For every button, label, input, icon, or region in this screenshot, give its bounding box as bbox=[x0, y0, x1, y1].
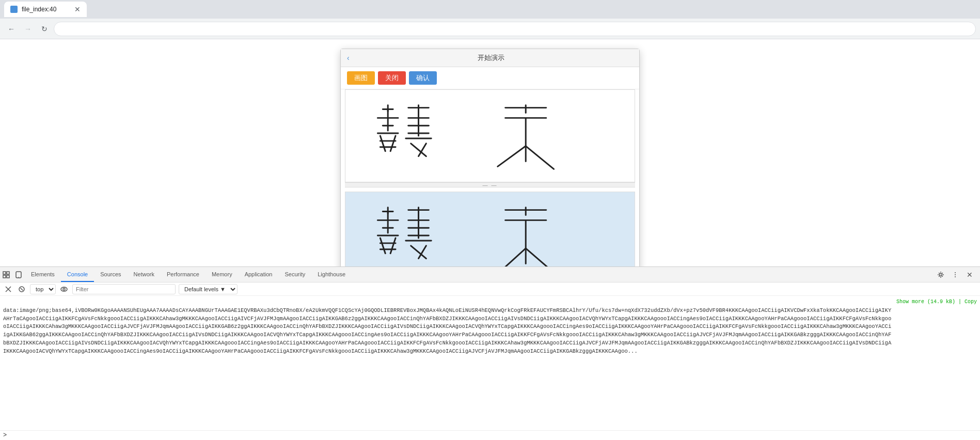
address-bar-row: ← → ↻ bbox=[0, 19, 980, 39]
bottom-canvas-drawing bbox=[345, 192, 635, 266]
tab-console[interactable]: Console bbox=[61, 267, 94, 282]
top-canvas-drawing bbox=[345, 90, 635, 182]
canvas-container: — — bbox=[341, 89, 639, 266]
svg-point-8 bbox=[955, 274, 956, 275]
devtools-settings-icon[interactable] bbox=[935, 269, 947, 281]
devtools-inspect-icon[interactable] bbox=[0, 269, 12, 281]
devtools-mobile-icon[interactable] bbox=[12, 269, 25, 281]
devtools-more-icon[interactable] bbox=[949, 269, 961, 281]
console-log-levels[interactable]: Default levels ▼ bbox=[179, 284, 238, 294]
reload-button[interactable]: ↻ bbox=[37, 22, 52, 36]
tab-performance[interactable]: Performance bbox=[161, 267, 206, 282]
svg-rect-1 bbox=[7, 272, 9, 274]
svg-point-6 bbox=[940, 273, 942, 276]
modal-buttons-row: 画图 关闭 确认 bbox=[341, 67, 639, 89]
console-filter-bar: top Default levels ▼ bbox=[0, 282, 980, 296]
svg-point-14 bbox=[61, 287, 67, 291]
svg-point-7 bbox=[955, 272, 956, 273]
webpage-area: ‹ 开始演示 画图 关闭 确认 bbox=[0, 39, 980, 266]
tab-bar: file_index:40 ✕ bbox=[0, 0, 980, 19]
console-area: top Default levels ▼ data:image/png;base… bbox=[0, 282, 980, 440]
console-output[interactable]: data:image/png;base64,iVBORw0KGgoAAAANSU… bbox=[0, 296, 980, 430]
tab-lighthouse[interactable]: Lighthouse bbox=[311, 267, 352, 282]
console-log-text: data:image/png;base64,iVBORw0KGgoAAAANSU… bbox=[3, 298, 892, 364]
tab-application[interactable]: Application bbox=[239, 267, 279, 282]
browser-window: file_index:40 ✕ ← → ↻ ‹ 开始演示 画图 关闭 bbox=[0, 0, 980, 440]
tab-title: file_index:40 bbox=[22, 6, 56, 13]
tab-security[interactable]: Security bbox=[278, 267, 311, 282]
console-log-line: data:image/png;base64,iVBORw0KGgoAAAANSU… bbox=[3, 298, 977, 364]
svg-point-15 bbox=[63, 288, 65, 290]
console-input[interactable] bbox=[9, 432, 977, 439]
console-filter-input[interactable] bbox=[72, 284, 176, 294]
bottom-canvas[interactable] bbox=[345, 192, 635, 266]
modal-title-bar: ‹ 开始演示 bbox=[341, 49, 639, 67]
tab-memory[interactable]: Memory bbox=[206, 267, 239, 282]
address-bar[interactable] bbox=[54, 22, 976, 36]
devtools-right-icons: ✕ bbox=[930, 269, 980, 281]
tab-network[interactable]: Network bbox=[128, 267, 161, 282]
svg-rect-3 bbox=[7, 275, 9, 278]
content-area: ‹ 开始演示 画图 关闭 确认 bbox=[0, 39, 980, 440]
confirm-button[interactable]: 确认 bbox=[409, 71, 437, 85]
draw-button[interactable]: 画图 bbox=[347, 71, 375, 85]
devtools-close-icon[interactable]: ✕ bbox=[963, 269, 976, 281]
devtools-panel: Elements Console Sources Network Perform… bbox=[0, 266, 980, 440]
svg-point-9 bbox=[955, 276, 956, 277]
svg-point-5 bbox=[18, 277, 19, 278]
console-show-more[interactable]: Show more (14.9 kB) | Copy bbox=[896, 298, 977, 306]
modal-dialog: ‹ 开始演示 画图 关闭 确认 bbox=[340, 49, 640, 266]
forward-button[interactable]: → bbox=[21, 22, 35, 36]
console-eye-icon[interactable] bbox=[59, 284, 69, 294]
svg-rect-2 bbox=[3, 275, 6, 278]
tab-close-icon[interactable]: ✕ bbox=[74, 5, 81, 13]
close-button[interactable]: 关闭 bbox=[378, 71, 406, 85]
modal-title: 开始演示 bbox=[350, 53, 633, 62]
resize-dots: — — bbox=[483, 182, 498, 188]
console-input-row: > bbox=[0, 430, 980, 440]
console-stop-icon[interactable] bbox=[17, 284, 27, 294]
svg-rect-0 bbox=[3, 272, 6, 274]
top-canvas[interactable] bbox=[345, 89, 635, 182]
back-button[interactable]: ← bbox=[4, 22, 19, 36]
resize-handle[interactable]: — — bbox=[345, 182, 635, 187]
devtools-toolbar: Elements Console Sources Network Perform… bbox=[0, 267, 980, 282]
devtools-tabs: Elements Console Sources Network Perform… bbox=[0, 267, 930, 282]
browser-tab[interactable]: file_index:40 ✕ bbox=[4, 2, 87, 17]
console-context-selector[interactable]: top bbox=[30, 284, 56, 294]
tab-sources[interactable]: Sources bbox=[94, 267, 127, 282]
tab-elements[interactable]: Elements bbox=[25, 267, 61, 282]
tab-favicon bbox=[10, 6, 18, 13]
svg-line-13 bbox=[21, 288, 23, 290]
console-prompt: > bbox=[3, 432, 7, 439]
console-clear-icon[interactable] bbox=[3, 284, 13, 294]
